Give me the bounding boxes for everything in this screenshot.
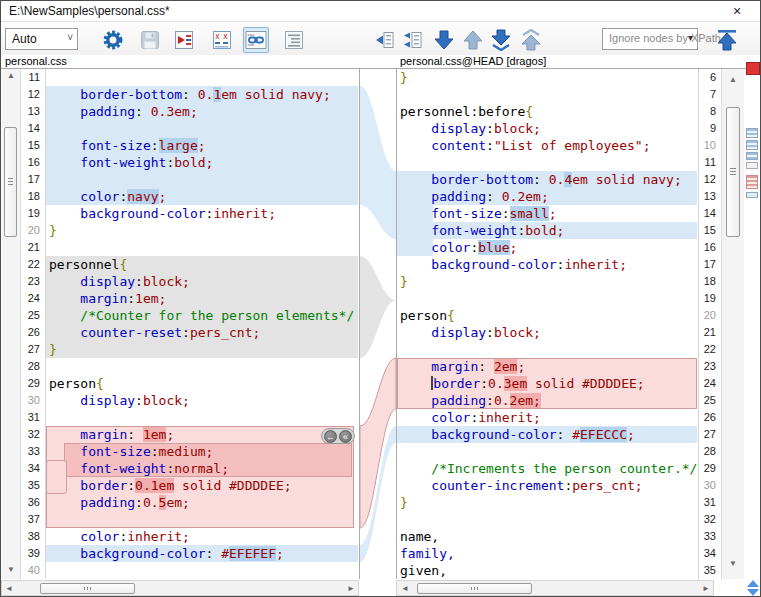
code-line[interactable] bbox=[397, 511, 698, 528]
code-line[interactable]: display:block; bbox=[46, 273, 359, 290]
scroll-down-icon[interactable]: ▼ bbox=[2, 565, 20, 574]
code-line[interactable]: display:block; bbox=[46, 392, 359, 409]
code-line[interactable]: background-color:inherit; bbox=[46, 205, 359, 222]
code-line[interactable]: } bbox=[46, 222, 359, 239]
code-line[interactable]: font-weight:normal; bbox=[46, 460, 359, 477]
left-vertical-scrollbar[interactable]: ▲ ▼ bbox=[2, 69, 20, 580]
code-line[interactable]: counter-increment:pers_cnt; bbox=[397, 477, 698, 494]
scroll-right-icon[interactable]: ► bbox=[701, 584, 711, 593]
code-line[interactable]: font-size:medium; bbox=[46, 443, 359, 460]
right-vertical-scrollbar[interactable]: ▲ ▼ bbox=[722, 69, 744, 580]
right-hscroll-thumb[interactable] bbox=[417, 583, 532, 594]
code-line[interactable]: } bbox=[397, 273, 698, 290]
ignore-whitespace-button[interactable]: x x bbox=[209, 27, 235, 53]
code-line[interactable]: given, bbox=[397, 562, 698, 579]
ruler-marker-bstripe[interactable] bbox=[746, 140, 758, 150]
format-indent-button[interactable] bbox=[281, 27, 307, 53]
code-line[interactable]: color:navy; bbox=[46, 188, 359, 205]
code-line[interactable]: content:"List of employees"; bbox=[397, 137, 698, 154]
mode-select[interactable]: Auto ˅ bbox=[5, 28, 78, 50]
last-difference-button[interactable] bbox=[488, 27, 514, 53]
close-button[interactable]: × bbox=[728, 3, 746, 21]
right-vscroll-thumb[interactable] bbox=[726, 107, 740, 237]
code-line[interactable] bbox=[46, 409, 359, 426]
copy-change-to-left-button[interactable] bbox=[373, 27, 397, 53]
code-line[interactable] bbox=[46, 239, 359, 256]
scroll-up-icon[interactable]: ▲ bbox=[722, 75, 744, 84]
code-line[interactable] bbox=[46, 120, 359, 137]
scroll-left-icon[interactable]: ◄ bbox=[400, 584, 410, 593]
code-line[interactable]: font-size:large; bbox=[46, 137, 359, 154]
code-line[interactable] bbox=[46, 171, 359, 188]
code-line[interactable]: display:block; bbox=[397, 324, 698, 341]
ruler-marker-red[interactable] bbox=[746, 62, 760, 75]
append-change-to-left-inline-button[interactable]: « bbox=[339, 430, 352, 443]
code-line[interactable]: font-weight:bold; bbox=[397, 222, 698, 239]
left-vscroll-thumb[interactable] bbox=[4, 127, 17, 237]
code-line[interactable]: } bbox=[46, 341, 359, 358]
left-code-editor[interactable]: border-bottom: 0.1em solid navy; padding… bbox=[46, 69, 359, 580]
left-hscroll-thumb[interactable] bbox=[40, 583, 135, 594]
sync-scrolling-button[interactable] bbox=[243, 27, 269, 53]
ignore-xpath-combo[interactable]: Ignore nodes by XPath ▾ bbox=[602, 28, 698, 50]
code-line[interactable] bbox=[397, 86, 698, 103]
overview-ruler[interactable] bbox=[745, 60, 761, 580]
code-line[interactable]: } bbox=[397, 494, 698, 511]
right-horizontal-scrollbar[interactable]: ◄ ► bbox=[396, 580, 714, 596]
code-line[interactable]: person{ bbox=[397, 307, 698, 324]
sync-scroll-corner-button[interactable] bbox=[745, 579, 761, 597]
settings-button[interactable] bbox=[100, 27, 126, 53]
right-code-editor[interactable]: }personnel:before{ display:block; conten… bbox=[397, 69, 698, 580]
code-line[interactable]: family, bbox=[397, 545, 698, 562]
code-line[interactable]: color:inherit; bbox=[46, 528, 359, 545]
code-line[interactable] bbox=[46, 69, 359, 86]
code-line[interactable] bbox=[46, 358, 359, 375]
code-line[interactable]: /*Counter for the person elements*/ bbox=[46, 307, 359, 324]
left-horizontal-scrollbar[interactable]: ◄ ► bbox=[1, 580, 359, 596]
code-line[interactable]: border:0.3em solid #DDDDEE; bbox=[397, 375, 698, 392]
code-line[interactable]: background-color: #EFECCC; bbox=[397, 426, 698, 443]
code-line[interactable]: margin: 2em; bbox=[397, 358, 698, 375]
code-line[interactable]: padding:0.2em; bbox=[397, 392, 698, 409]
next-difference-button[interactable] bbox=[432, 27, 456, 53]
copy-change-to-left-inline-button[interactable]: ← bbox=[324, 430, 337, 443]
copy-all-changes-to-left-button[interactable] bbox=[401, 27, 425, 53]
scroll-down-icon[interactable]: ▼ bbox=[722, 559, 744, 568]
scroll-left-icon[interactable]: ◄ bbox=[4, 584, 14, 593]
ruler-marker-pstripe[interactable] bbox=[746, 175, 758, 189]
code-line[interactable]: counter-reset:pers_cnt; bbox=[46, 324, 359, 341]
code-line[interactable] bbox=[397, 154, 698, 171]
code-line[interactable]: person{ bbox=[46, 375, 359, 392]
perform-diff-button[interactable] bbox=[171, 27, 197, 53]
code-line[interactable] bbox=[46, 562, 359, 579]
scroll-up-icon[interactable]: ▲ bbox=[2, 71, 20, 80]
code-line[interactable]: display:block; bbox=[397, 120, 698, 137]
code-line[interactable]: background-color:inherit; bbox=[397, 256, 698, 273]
code-line[interactable]: margin:1em; bbox=[46, 290, 359, 307]
first-difference-button[interactable] bbox=[518, 27, 544, 53]
go-to-first-change-button[interactable] bbox=[714, 27, 740, 53]
code-line[interactable]: personnel:before{ bbox=[397, 103, 698, 120]
code-line[interactable]: color:inherit; bbox=[397, 409, 698, 426]
code-line[interactable]: font-size:small; bbox=[397, 205, 698, 222]
code-line[interactable]: border-bottom: 0.1em solid navy; bbox=[46, 86, 359, 103]
code-line[interactable] bbox=[397, 290, 698, 307]
code-line[interactable] bbox=[397, 341, 698, 358]
code-line[interactable]: padding: 0.2em; bbox=[397, 188, 698, 205]
code-line[interactable]: padding: 0.3em; bbox=[46, 103, 359, 120]
code-line[interactable]: margin: 1em; bbox=[46, 426, 359, 443]
code-line[interactable]: /*Increments the person counter.*/ bbox=[397, 460, 698, 477]
code-line[interactable]: font-weight:bold; bbox=[46, 154, 359, 171]
ruler-marker-bstripe[interactable] bbox=[746, 128, 758, 138]
code-line[interactable]: } bbox=[397, 69, 698, 86]
scroll-right-icon[interactable]: ► bbox=[346, 584, 356, 593]
code-line[interactable]: border-bottom: 0.4em solid navy; bbox=[397, 171, 698, 188]
code-line[interactable]: name, bbox=[397, 528, 698, 545]
code-line[interactable] bbox=[46, 511, 359, 528]
ruler-marker-bplain[interactable] bbox=[746, 192, 758, 198]
ruler-marker-bstripe[interactable] bbox=[746, 152, 758, 160]
previous-difference-button[interactable] bbox=[461, 27, 485, 53]
code-line[interactable]: border:0.1em solid #DDDDEE; bbox=[46, 477, 359, 494]
code-line[interactable]: background-color: #EFEFEF; bbox=[46, 545, 359, 562]
code-line[interactable]: personnel{ bbox=[46, 256, 359, 273]
